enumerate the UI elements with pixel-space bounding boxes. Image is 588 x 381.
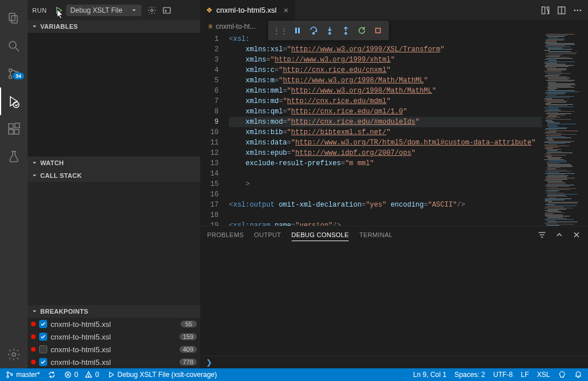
activity-bar: 34 — [0, 0, 28, 368]
split-editor-icon[interactable] — [557, 6, 566, 15]
bottom-panel: PROBLEMS OUTPUT DEBUG CONSOLE TERMINAL ❯ — [200, 226, 588, 368]
debug-console-input[interactable]: ❯ — [200, 356, 588, 368]
feedback-icon[interactable] — [557, 371, 567, 379]
svg-rect-11 — [15, 123, 20, 128]
breakpoint-line-badge: 409 — [180, 346, 197, 353]
breakpoint-checkbox[interactable] — [39, 320, 47, 328]
run-sidebar: RUN Debug XSLT File VARIABLES WATCH CALL… — [28, 0, 200, 368]
extensions-icon[interactable] — [0, 115, 28, 143]
settings-gear-icon[interactable] — [0, 341, 28, 368]
explorer-icon[interactable] — [0, 5, 28, 32]
spaces-status[interactable]: Spaces: 2 — [453, 371, 486, 379]
svg-point-31 — [7, 376, 9, 378]
step-into-button[interactable] — [322, 23, 337, 38]
tab-problems[interactable]: PROBLEMS — [207, 229, 244, 241]
encoding-status[interactable]: UTF-8 — [492, 371, 514, 379]
breakpoint-dot-icon — [31, 334, 36, 339]
step-over-button[interactable] — [306, 23, 321, 38]
svg-point-30 — [7, 372, 9, 374]
debug-console-body — [200, 243, 588, 356]
editor-area: ❖ cnxml-to-html5.xsl ≡ cnxml-to-ht... 12… — [200, 0, 588, 368]
svg-line-3 — [16, 48, 19, 51]
cursor-position-status[interactable]: Ln 9, Col 1 — [412, 371, 448, 379]
branch-status[interactable]: master* — [5, 371, 41, 379]
debug-toolbar[interactable]: ⋮⋮ — [268, 21, 389, 40]
tab-output[interactable]: OUTPUT — [254, 229, 281, 241]
breadcrumb[interactable]: ≡ cnxml-to-ht... — [200, 20, 588, 33]
variables-body — [28, 33, 200, 157]
restart-button[interactable] — [354, 23, 369, 38]
minimap[interactable] — [542, 33, 588, 226]
close-panel-icon[interactable] — [572, 230, 581, 239]
sync-status[interactable] — [47, 371, 57, 379]
breakpoint-checkbox[interactable] — [39, 358, 47, 366]
collapse-panel-icon[interactable] — [555, 230, 564, 239]
more-actions-icon[interactable] — [573, 6, 582, 15]
scm-badge: 34 — [13, 73, 24, 79]
debug-settings-icon[interactable] — [147, 6, 156, 15]
svg-rect-15 — [542, 7, 545, 14]
breakpoint-checkbox[interactable] — [39, 345, 47, 353]
source-control-icon[interactable]: 34 — [0, 60, 28, 87]
testing-icon[interactable] — [0, 143, 28, 170]
svg-point-2 — [9, 41, 16, 48]
debug-config-label: Debug XSLT File — [70, 6, 122, 14]
run-debug-icon[interactable] — [0, 87, 28, 115]
watch-section-header[interactable]: WATCH — [28, 157, 200, 169]
debug-config-dropdown[interactable]: Debug XSLT File — [66, 5, 141, 16]
tab-terminal[interactable]: TERMINAL — [359, 229, 392, 241]
svg-point-27 — [329, 33, 331, 35]
breakpoint-row[interactable]: cnxml-to-html5.xsl159 — [28, 330, 200, 343]
problems-status[interactable]: 0 0 — [63, 371, 100, 379]
drag-handle-icon[interactable]: ⋮⋮ — [272, 25, 289, 36]
svg-point-26 — [313, 33, 315, 35]
pause-button[interactable] — [290, 23, 305, 38]
svg-rect-10 — [14, 129, 19, 134]
breakpoint-checkbox[interactable] — [39, 333, 47, 341]
svg-point-13 — [151, 9, 153, 12]
breakpoint-file: cnxml-to-html5.xsl — [51, 345, 176, 354]
breakpoint-line-badge: 55 — [181, 321, 197, 327]
svg-rect-0 — [9, 13, 15, 21]
status-bar: master* 0 0 Debug XSLT File (xslt-covera… — [0, 368, 588, 381]
breakpoints-list: cnxml-to-html5.xsl55cnxml-to-html5.xsl15… — [28, 318, 200, 368]
stop-button[interactable] — [371, 23, 385, 38]
svg-point-28 — [345, 33, 347, 35]
variables-section-header[interactable]: VARIABLES — [28, 20, 200, 33]
step-out-button[interactable] — [338, 23, 353, 38]
language-status[interactable]: XSL — [536, 371, 551, 379]
debug-console-toggle-icon[interactable] — [162, 6, 171, 15]
svg-rect-14 — [163, 7, 170, 13]
callstack-section-header[interactable]: CALL STACK — [28, 169, 200, 182]
breakpoint-line-badge: 778 — [180, 359, 197, 365]
svg-rect-24 — [295, 28, 297, 33]
svg-point-32 — [11, 374, 13, 375]
notifications-icon[interactable] — [573, 371, 583, 379]
breakpoint-dot-icon — [31, 360, 36, 364]
breakpoint-row[interactable]: cnxml-to-html5.xsl55 — [28, 318, 200, 330]
search-icon[interactable] — [0, 32, 28, 60]
start-debug-button[interactable] — [55, 6, 63, 14]
breakpoint-row[interactable]: cnxml-to-html5.xsl409 — [28, 343, 200, 356]
svg-point-7 — [13, 102, 19, 108]
tab-debug-console[interactable]: DEBUG CONSOLE — [292, 229, 349, 241]
code-editor[interactable]: <xsl: xmlns:xsl="http://www.w3.org/1999/… — [229, 33, 542, 226]
svg-point-19 — [577, 9, 579, 11]
sidebar-title: RUN — [32, 7, 51, 14]
compare-changes-icon[interactable] — [541, 6, 550, 15]
editor-tab[interactable]: ❖ cnxml-to-html5.xsl — [200, 0, 296, 20]
filter-icon[interactable] — [537, 230, 547, 239]
tab-label: cnxml-to-html5.xsl — [216, 6, 277, 14]
svg-rect-1 — [12, 16, 17, 23]
line-gutter[interactable]: 12345678910111213141516171819 — [200, 33, 229, 226]
eol-status[interactable]: LF — [520, 371, 530, 379]
debug-target-status[interactable]: Debug XSLT File (xslt-coverage) — [106, 371, 218, 379]
breakpoints-section-header[interactable]: BREAKPOINTS — [28, 305, 200, 318]
breakpoint-row[interactable]: cnxml-to-html5.xsl778 — [28, 356, 200, 368]
svg-rect-29 — [376, 28, 380, 33]
svg-rect-8 — [9, 124, 13, 128]
close-tab-icon[interactable] — [282, 7, 289, 14]
svg-point-12 — [12, 353, 16, 356]
file-icon: ❖ — [206, 6, 213, 14]
breakpoint-line-badge: 159 — [180, 333, 197, 340]
